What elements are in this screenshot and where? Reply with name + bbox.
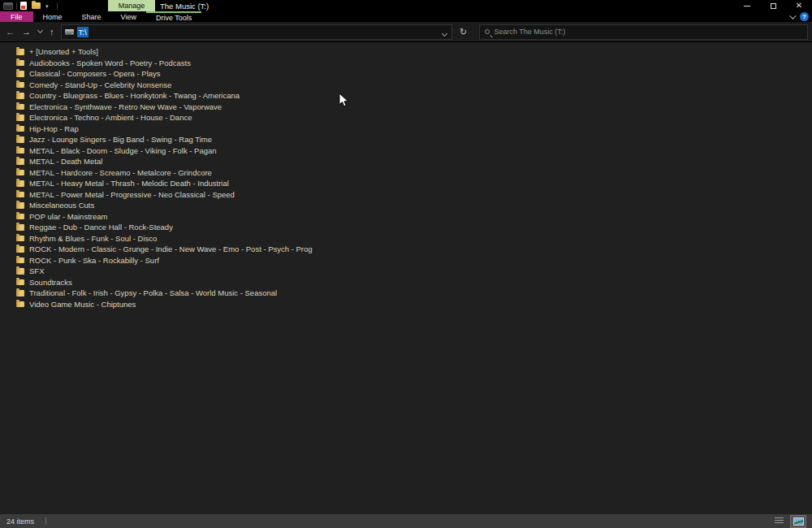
- list-item[interactable]: METAL - Power Metal - Progressive - Neo …: [0, 189, 812, 201]
- list-item[interactable]: Comedy - Stand-Up - Celebrity Nonsense: [0, 80, 812, 91]
- list-item[interactable]: Rhythm & Blues - Funk - Soul - Disco: [0, 233, 812, 245]
- list-item[interactable]: METAL - Black - Doom - Sludge - Viking -…: [0, 145, 812, 157]
- folder-icon: [16, 279, 24, 286]
- folder-name: ROCK - Punk - Ska - Rockabilly - Surf: [29, 256, 159, 265]
- refresh-button[interactable]: ↻: [455, 24, 473, 40]
- window-controls: ✕: [734, 0, 812, 11]
- folder-icon: [16, 246, 24, 253]
- quick-access-toolbar: ▾: [20, 2, 61, 10]
- expand-ribbon-icon[interactable]: [789, 12, 796, 19]
- folder-icon: [16, 60, 24, 67]
- address-path-selected[interactable]: T:\: [77, 27, 89, 37]
- folder-name: Traditional - Folk - Irish - Gypsy - Pol…: [29, 288, 277, 297]
- folder-name: Miscelaneous Cuts: [29, 201, 94, 210]
- thumbnails-view-icon: [793, 517, 804, 526]
- folder-icon: [16, 158, 24, 165]
- folder-name: METAL - Death Metal: [29, 157, 102, 166]
- new-folder-icon[interactable]: [32, 2, 41, 9]
- folder-icon: [16, 49, 24, 55]
- refresh-icon: ↻: [460, 27, 467, 37]
- file-list: + [Unsorted + Tools]Audiobooks - Spoken …: [0, 46, 812, 309]
- close-button[interactable]: ✕: [786, 0, 812, 11]
- folder-name: Rhythm & Blues - Funk - Soul - Disco: [29, 234, 157, 243]
- thumbnails-view-button[interactable]: [791, 516, 806, 527]
- ribbon-tab-row: File Home Share View Drive Tools ?: [0, 11, 812, 22]
- folder-name: Classical - Composers - Opera - Plays: [29, 69, 161, 78]
- separator: [45, 517, 46, 525]
- folder-icon: [16, 236, 24, 242]
- tab-share[interactable]: Share: [72, 11, 111, 22]
- list-item[interactable]: Audiobooks - Spoken Word - Poetry - Podc…: [0, 58, 812, 69]
- manage-contextual-tab[interactable]: Manage: [108, 0, 155, 11]
- maximize-icon: [771, 3, 776, 9]
- view-switcher: [771, 516, 806, 527]
- list-item[interactable]: Hip-Hop - Rap: [0, 123, 812, 135]
- list-item[interactable]: Country - Bluegrass - Blues - Honkytonk …: [0, 90, 812, 102]
- list-item[interactable]: Classical - Composers - Opera - Plays: [0, 68, 812, 80]
- folder-name: Reggae - Dub - Dance Hall - Rock-Steady: [29, 223, 173, 232]
- folder-name: METAL - Power Metal - Progressive - Neo …: [29, 190, 235, 199]
- folder-icon: [16, 148, 24, 154]
- folder-name: Hip-Hop - Rap: [29, 124, 79, 133]
- folder-name: METAL - Hardcore - Screamo - Metalcore -…: [29, 168, 212, 177]
- details-view-button[interactable]: [771, 516, 786, 527]
- search-placeholder: Search The Music (T:): [495, 28, 566, 36]
- properties-icon[interactable]: [20, 2, 27, 10]
- folder-icon: [16, 268, 24, 275]
- folder-name: ROCK - Modern - Classic - Grunge - Indie…: [29, 245, 313, 253]
- folder-icon: [16, 258, 24, 264]
- list-item[interactable]: Traditional - Folk - Irish - Gypsy - Pol…: [0, 288, 812, 299]
- folder-icon: [16, 136, 24, 143]
- nav-arrows: ← → ↑: [0, 27, 61, 37]
- list-item[interactable]: Jazz - Lounge Singers - Big Band - Swing…: [0, 134, 812, 145]
- list-item[interactable]: METAL - Hardcore - Screamo - Metalcore -…: [0, 167, 812, 179]
- explorer-app-icon[interactable]: [3, 2, 13, 10]
- tab-home[interactable]: Home: [33, 11, 72, 22]
- list-item[interactable]: METAL - Death Metal: [0, 156, 812, 167]
- separator: [16, 2, 17, 10]
- list-item[interactable]: SFX: [0, 266, 812, 277]
- maximize-button[interactable]: [760, 0, 786, 11]
- list-item[interactable]: Soundtracks: [0, 277, 812, 288]
- tab-view[interactable]: View: [111, 11, 146, 22]
- close-icon: ✕: [796, 2, 802, 10]
- address-dropdown-chevron-icon[interactable]: [441, 30, 447, 36]
- list-item[interactable]: METAL - Heavy Metal - Thrash - Melodic D…: [0, 178, 812, 189]
- list-item[interactable]: Miscelaneous Cuts: [0, 200, 812, 211]
- help-icon[interactable]: ?: [800, 12, 809, 21]
- drive-icon: [65, 29, 74, 35]
- list-item[interactable]: POP ular - Mainstream: [0, 211, 812, 223]
- folder-icon: [16, 192, 24, 198]
- folder-icon: [16, 126, 24, 132]
- list-item[interactable]: Electronica - Synthwave - Retro New Wave…: [0, 102, 812, 113]
- address-bar[interactable]: T:\: [61, 24, 452, 40]
- list-item[interactable]: Reggae - Dub - Dance Hall - Rock-Steady: [0, 222, 812, 233]
- folder-name: METAL - Black - Doom - Sludge - Viking -…: [29, 146, 217, 155]
- folder-name: + [Unsorted + Tools]: [29, 47, 98, 56]
- minimize-icon: [744, 6, 750, 6]
- list-item[interactable]: + [Unsorted + Tools]: [0, 46, 812, 58]
- recent-locations-chevron-icon[interactable]: [37, 28, 43, 33]
- list-item[interactable]: Video Game Music - Chiptunes: [0, 299, 812, 310]
- search-box[interactable]: Search The Music (T:): [479, 24, 809, 40]
- details-view-icon: [775, 517, 784, 525]
- folder-name: Audiobooks - Spoken Word - Poetry - Podc…: [29, 58, 191, 67]
- folder-icon: [16, 93, 24, 99]
- tab-drive-tools[interactable]: Drive Tools: [146, 11, 201, 22]
- list-item[interactable]: ROCK - Modern - Classic - Grunge - Indie…: [0, 244, 812, 255]
- qat-customize-caret-icon[interactable]: ▾: [45, 3, 49, 9]
- list-item[interactable]: ROCK - Punk - Ska - Rockabilly - Surf: [0, 255, 812, 266]
- tab-file[interactable]: File: [0, 11, 33, 22]
- minimize-button[interactable]: [734, 0, 760, 11]
- up-icon[interactable]: ↑: [50, 27, 54, 37]
- folder-icon: [16, 224, 24, 231]
- forward-icon[interactable]: →: [22, 27, 31, 37]
- folder-icon: [16, 71, 24, 77]
- folder-icon: [16, 301, 24, 308]
- folder-name: METAL - Heavy Metal - Thrash - Melodic D…: [29, 179, 229, 188]
- list-item[interactable]: Electronica - Techno - Ambient - House -…: [0, 112, 812, 123]
- back-icon[interactable]: ←: [6, 27, 15, 37]
- folder-icon: [16, 202, 24, 209]
- folder-icon: [16, 115, 24, 121]
- folder-name: SFX: [29, 266, 44, 275]
